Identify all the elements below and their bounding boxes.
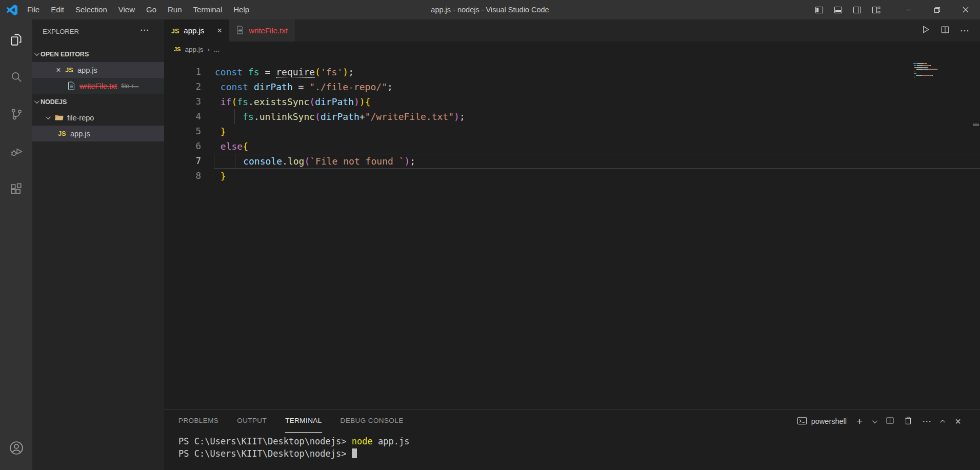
minimize-button[interactable] (894, 0, 923, 19)
toggle-primary-sidebar-icon[interactable] (815, 6, 824, 14)
code-token: `File not found ` (310, 156, 404, 167)
menu-help[interactable]: Help (228, 0, 255, 19)
workspace-section-header[interactable]: NODEJS (32, 94, 164, 110)
code-token: if (221, 96, 232, 107)
close-panel-icon[interactable]: × (955, 416, 961, 427)
chevron-down-icon (46, 114, 51, 119)
terminal-shell-selector[interactable]: powershell (797, 416, 847, 427)
code-line[interactable]: 3 if(fs.existsSync(dirPath)){ (164, 94, 980, 109)
breadcrumb-separator: › (208, 46, 210, 53)
menu-run[interactable]: Run (162, 0, 188, 19)
menu-edit[interactable]: Edit (45, 0, 70, 19)
line-number[interactable]: 8 (164, 169, 201, 183)
open-editor-item-writefile[interactable]: writeFile.txt file-r... (32, 78, 164, 94)
minimap[interactable] (913, 63, 945, 78)
js-file-icon: JS (64, 67, 74, 74)
search-icon[interactable] (9, 69, 24, 85)
toggle-secondary-sidebar-icon[interactable] (853, 6, 862, 14)
tree-item-label: app.js (70, 130, 90, 138)
code-token: ; (410, 156, 415, 167)
tree-item-file-repo[interactable]: file-repo (32, 110, 164, 126)
code-line[interactable]: 2 const dirPath = "./file-repo/"; (164, 79, 980, 94)
toggle-panel-icon[interactable] (834, 6, 843, 14)
code-token: fs (243, 111, 254, 122)
breadcrumb-file[interactable]: app.js (185, 46, 203, 53)
terminal-line: PS C:\Users\KIIT\Desktop\nodejs> (178, 447, 980, 460)
maximize-panel-icon[interactable] (940, 419, 945, 424)
source-control-icon[interactable] (9, 107, 24, 122)
explorer-icon[interactable] (9, 32, 24, 47)
terminal-text: node (352, 436, 373, 446)
tab-problems[interactable]: PROBLEMS (178, 410, 218, 433)
account-icon[interactable] (9, 440, 24, 456)
menu-selection[interactable]: Selection (70, 0, 113, 19)
extensions-icon[interactable] (9, 181, 24, 197)
terminal-output[interactable]: PS C:\Users\KIIT\Desktop\nodejs> node ap… (164, 433, 980, 460)
split-terminal-icon[interactable] (886, 416, 894, 427)
minimap-line (913, 63, 945, 64)
code-token: = (293, 81, 310, 92)
restore-button[interactable] (923, 0, 951, 19)
tab-writefile[interactable]: writeFile.txt (229, 19, 295, 42)
code-token: ) (454, 111, 459, 122)
menu-go[interactable]: Go (141, 0, 162, 19)
code-editor[interactable]: 1const fs = require('fs');2 const dirPat… (164, 57, 980, 410)
close-editor-icon[interactable]: × (53, 66, 64, 75)
indent-guide-line (235, 154, 235, 168)
line-number[interactable]: 2 (164, 79, 201, 94)
code-token: console (243, 156, 282, 167)
tab-appjs[interactable]: JS app.js × (164, 19, 229, 42)
sidebar-title: EXPLORER (43, 28, 79, 35)
code-line[interactable]: 4 fs.unlinkSync(dirPath+"/writeFile.txt"… (164, 109, 980, 124)
code-token: const (221, 81, 248, 92)
code-line[interactable]: 7 console.log(`File not found `); (164, 154, 980, 169)
code-line[interactable]: 1const fs = require('fs'); (164, 65, 980, 79)
close-tab-icon[interactable]: × (217, 26, 222, 36)
editor-more-actions-icon[interactable]: ⋯ (960, 25, 970, 36)
tab-output[interactable]: OUTPUT (237, 410, 267, 433)
line-number[interactable]: 1 (164, 65, 201, 79)
code-line-content: else{ (214, 139, 980, 154)
run-debug-icon[interactable] (9, 144, 24, 159)
close-window-button[interactable] (951, 0, 980, 19)
breadcrumb-symbol[interactable]: ... (214, 46, 219, 53)
code-line[interactable]: 5 } (164, 124, 980, 139)
window-title: app.js - nodejs - Visual Studio Code (431, 6, 549, 14)
menu-file[interactable]: File (22, 0, 45, 19)
explorer-more-actions-icon[interactable]: ⋯ (140, 28, 149, 33)
shell-name: powershell (811, 417, 847, 425)
chevron-down-icon[interactable] (872, 418, 877, 423)
file-path-badge: file-r... (121, 83, 138, 90)
kill-terminal-icon[interactable] (904, 416, 912, 427)
panel-more-actions-icon[interactable]: ⋯ (922, 416, 932, 427)
split-editor-icon[interactable] (941, 25, 950, 36)
scrollbar-decoration (973, 124, 979, 126)
terminal-cursor (352, 448, 357, 458)
line-number[interactable]: 5 (164, 124, 201, 139)
run-file-icon[interactable] (921, 25, 930, 36)
line-number[interactable]: 6 (164, 139, 201, 154)
open-editors-section-header[interactable]: OPEN EDITORS (32, 46, 164, 62)
code-token: fs (248, 67, 259, 77)
menu-terminal[interactable]: Terminal (188, 0, 228, 19)
powershell-icon (797, 416, 807, 427)
line-number[interactable]: 4 (164, 109, 201, 124)
tree-item-appjs[interactable]: JS app.js (32, 126, 164, 141)
menu-bar: FileEditSelectionViewGoRunTerminalHelp (22, 0, 255, 19)
code-token: dirPath (321, 111, 359, 122)
tab-debug-console[interactable]: DEBUG CONSOLE (341, 410, 404, 433)
new-terminal-icon[interactable]: + (856, 415, 863, 427)
terminal-text: PS C:\Users\KIIT\Desktop\nodejs> (178, 436, 352, 446)
menu-view[interactable]: View (113, 0, 141, 19)
tab-terminal[interactable]: TERMINAL (285, 410, 322, 433)
code-line[interactable]: 8 } (164, 169, 980, 183)
code-token: { (365, 96, 371, 107)
js-file-icon: JS (171, 26, 179, 35)
line-number[interactable]: 3 (164, 94, 201, 109)
code-token: . (248, 96, 254, 107)
open-editor-item-appjs[interactable]: × JS app.js (32, 62, 164, 78)
folder-open-icon (54, 114, 64, 121)
customize-layout-icon[interactable] (872, 6, 881, 14)
line-number[interactable]: 7 (164, 154, 201, 169)
code-line[interactable]: 6 else{ (164, 139, 980, 154)
